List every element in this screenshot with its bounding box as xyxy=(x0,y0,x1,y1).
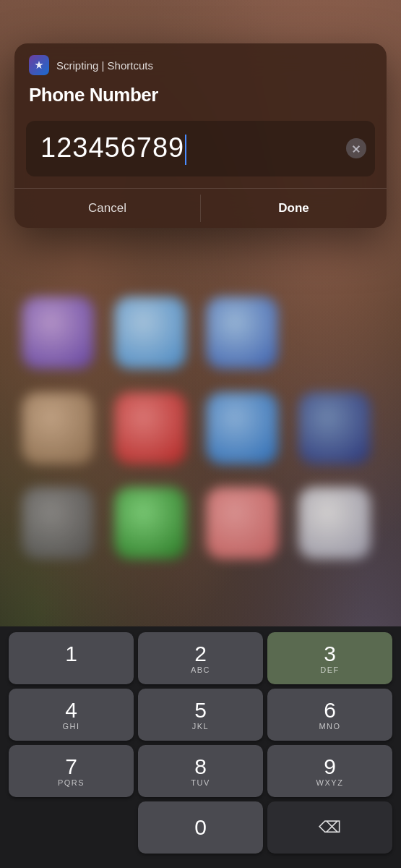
key-number: 2 xyxy=(194,643,207,665)
clear-input-button[interactable] xyxy=(346,138,366,158)
done-button[interactable]: Done xyxy=(201,189,387,228)
dialog-title: Phone Number xyxy=(14,81,387,121)
bg-app-icon xyxy=(206,297,278,369)
key-number: 3 xyxy=(324,643,336,665)
numpad-key-3[interactable]: 3 DEF xyxy=(267,632,392,684)
key-number: 8 xyxy=(194,756,207,778)
numpad-key-backspace[interactable]: ⌫ xyxy=(267,801,392,854)
dialog-actions: Cancel Done xyxy=(14,189,387,228)
numpad-key-2[interactable]: 2 ABC xyxy=(138,632,263,684)
bg-app-icon xyxy=(206,487,278,559)
numpad-key-7[interactable]: 7 PQRS xyxy=(9,745,134,797)
bg-app-icon xyxy=(298,487,371,559)
key-letters: PQRS xyxy=(58,778,85,787)
numpad: 1 • 2 ABC 3 DEF 4 GHI 5 JKL 6 MNO 7 PQRS xyxy=(0,626,401,868)
app-title-label: Scripting | Shortcuts xyxy=(56,59,153,72)
bg-app-icon xyxy=(22,297,94,369)
key-letters: TUV xyxy=(191,778,210,787)
shortcuts-app-icon xyxy=(29,55,49,75)
numpad-row-2: 4 GHI 5 JKL 6 MNO xyxy=(3,689,398,741)
numpad-key-4[interactable]: 4 GHI xyxy=(9,689,134,741)
key-number: 1 xyxy=(65,643,77,665)
phone-input-area[interactable]: 123456789 xyxy=(26,121,375,176)
numpad-bottom-row: 0 ⌫ xyxy=(3,801,398,854)
dialog-header: Scripting | Shortcuts xyxy=(14,43,387,81)
key-number: 7 xyxy=(65,756,77,778)
numpad-empty-space xyxy=(9,801,134,854)
key-number: 9 xyxy=(324,756,336,778)
key-number: 4 xyxy=(65,699,77,721)
app-icons-background xyxy=(0,282,401,586)
bg-app-icon xyxy=(298,297,371,369)
bg-app-icon xyxy=(298,392,371,464)
bg-app-icon xyxy=(114,392,186,464)
key-letters: GHI xyxy=(62,722,79,731)
phone-number-dialog: Scripting | Shortcuts Phone Number 12345… xyxy=(14,43,387,228)
bg-app-icon xyxy=(22,392,94,464)
bg-app-icon xyxy=(114,487,186,559)
phone-input-value: 123456789 xyxy=(40,132,339,165)
shortcuts-icon-inner xyxy=(33,59,45,71)
backspace-icon: ⌫ xyxy=(319,818,341,837)
bg-app-icon xyxy=(22,487,94,559)
cancel-button[interactable]: Cancel xyxy=(14,189,200,228)
input-text: 123456789 xyxy=(40,132,184,163)
key-letters: WXYZ xyxy=(316,778,344,787)
bg-app-icon xyxy=(206,392,278,464)
numpad-row-1: 1 • 2 ABC 3 DEF xyxy=(3,632,398,684)
key-number: 5 xyxy=(194,699,207,721)
key-letters: JKL xyxy=(192,722,209,731)
numpad-key-5[interactable]: 5 JKL xyxy=(138,689,263,741)
bg-app-icon xyxy=(114,297,186,369)
numpad-row-3: 7 PQRS 8 TUV 9 WXYZ xyxy=(3,745,398,797)
numpad-key-0[interactable]: 0 xyxy=(138,801,263,854)
key-number: 0 xyxy=(194,817,207,838)
key-letters: DEF xyxy=(320,665,340,674)
numpad-key-1[interactable]: 1 • xyxy=(9,632,134,684)
numpad-key-6[interactable]: 6 MNO xyxy=(267,689,392,741)
text-cursor xyxy=(185,135,186,165)
key-letters: ABC xyxy=(191,665,210,674)
numpad-key-8[interactable]: 8 TUV xyxy=(138,745,263,797)
key-letters: MNO xyxy=(319,722,340,731)
numpad-key-9[interactable]: 9 WXYZ xyxy=(267,745,392,797)
key-number: 6 xyxy=(324,699,336,721)
